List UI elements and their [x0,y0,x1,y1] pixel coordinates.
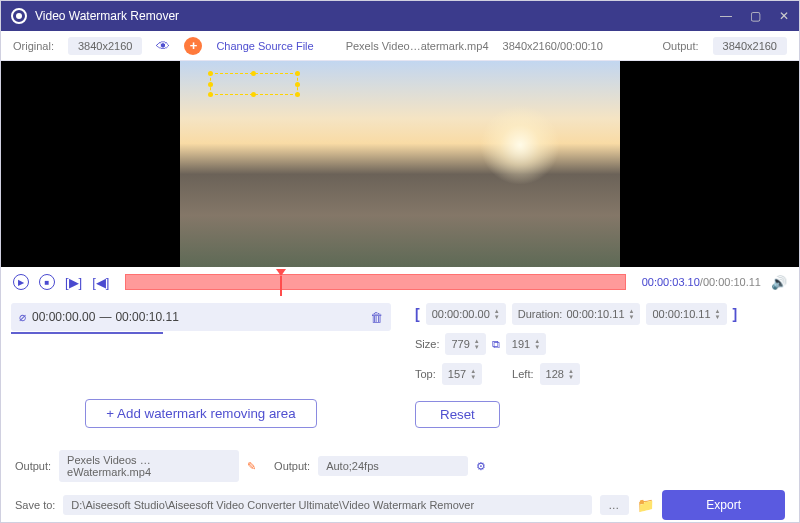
sun-glow [480,105,560,185]
settings-icon[interactable]: ⚙ [476,460,486,473]
segments-pane: ⌀ 00:00:00.00 — 00:00:10.11 🗑 + Add wate… [1,297,401,442]
output-filename: Pexels Videos …eWatermark.mp4 [59,450,239,482]
original-label: Original: [13,40,54,52]
segment-start: 00:00:00.00 [32,310,95,324]
segment-end: 00:00:10.11 [115,310,178,324]
range-duration-input[interactable]: Duration:00:00:10.11▲▼ [512,303,641,325]
spinner-icon[interactable]: ▲▼ [494,308,500,320]
output-format-label: Output: [274,460,310,472]
watermark-selection-box[interactable] [210,73,298,95]
minimize-icon[interactable]: — [720,9,732,23]
play-icon[interactable]: ▶ [13,274,29,290]
source-filename: Pexels Video…atermark.mp4 [346,40,489,52]
watermark-icon: ⌀ [19,310,26,324]
video-preview[interactable] [1,61,799,267]
top-label: Top: [415,368,436,380]
change-source-button[interactable]: Change Source File [216,40,313,52]
segment-row[interactable]: ⌀ 00:00:00.00 — 00:00:10.11 🗑 [11,303,391,331]
range-end-input[interactable]: 00:00:10.11▲▼ [646,303,726,325]
link-dimensions-icon[interactable]: ⧉ [492,338,500,351]
width-input[interactable]: 779▲▼ [445,333,485,355]
range-start-bracket-icon[interactable]: [ [415,306,420,322]
left-label: Left: [512,368,533,380]
output-label: Output: [662,40,698,52]
stop-icon[interactable]: ■ [39,274,55,290]
height-input[interactable]: 191▲▼ [506,333,546,355]
step-forward-icon[interactable]: [◀] [92,275,109,290]
range-end-bracket-icon[interactable]: ] [733,306,738,322]
spinner-icon[interactable]: ▲▼ [629,308,635,320]
add-watermark-area-button[interactable]: + Add watermark removing area [85,399,316,428]
topbar: Original: 3840x2160 👁 + Change Source Fi… [1,31,799,61]
segment-progress [11,332,163,334]
segment-sep: — [99,310,111,324]
timeline-scrubber[interactable] [125,274,625,290]
spinner-icon[interactable]: ▲▼ [715,308,721,320]
left-input[interactable]: 128▲▼ [540,363,580,385]
app-title: Video Watermark Remover [35,9,179,23]
output-file-label: Output: [15,460,51,472]
add-source-icon[interactable]: + [184,37,202,55]
reset-button[interactable]: Reset [415,401,500,428]
size-label: Size: [415,338,439,350]
bottom-bar: Output: Pexels Videos …eWatermark.mp4 ✎ … [1,442,799,523]
app-logo-icon [11,8,27,24]
output-resolution: 3840x2160 [713,37,787,55]
export-button[interactable]: Export [662,490,785,520]
spinner-icon[interactable]: ▲▼ [470,368,476,380]
playhead-icon[interactable] [276,269,286,276]
properties-pane: [ 00:00:00.00▲▼ Duration:00:00:10.11▲▼ 0… [401,297,799,442]
playback-controls: ▶ ■ [▶] [◀] 00:00:03.10/00:00:10.11 🔊 [1,267,799,297]
maximize-icon[interactable]: ▢ [750,9,761,23]
save-to-label: Save to: [15,499,55,511]
spinner-icon[interactable]: ▲▼ [568,368,574,380]
browse-button[interactable]: … [600,495,629,515]
save-path: D:\Aiseesoft Studio\Aiseesoft Video Conv… [63,495,592,515]
edit-filename-icon[interactable]: ✎ [247,460,256,473]
spinner-icon[interactable]: ▲▼ [474,338,480,350]
top-input[interactable]: 157▲▼ [442,363,482,385]
delete-segment-icon[interactable]: 🗑 [370,310,383,325]
open-folder-icon[interactable]: 📁 [637,497,654,513]
timecode: 00:00:03.10/00:00:10.11 [642,276,761,288]
preview-toggle-icon[interactable]: 👁 [156,38,170,54]
volume-icon[interactable]: 🔊 [771,275,787,290]
titlebar: Video Watermark Remover — ▢ ✕ [1,1,799,31]
step-back-icon[interactable]: [▶] [65,275,82,290]
range-start-input[interactable]: 00:00:00.00▲▼ [426,303,506,325]
original-resolution: 3840x2160 [68,37,142,55]
close-icon[interactable]: ✕ [779,9,789,23]
output-format: Auto;24fps [318,456,468,476]
spinner-icon[interactable]: ▲▼ [534,338,540,350]
source-meta: 3840x2160/00:00:10 [503,40,603,52]
